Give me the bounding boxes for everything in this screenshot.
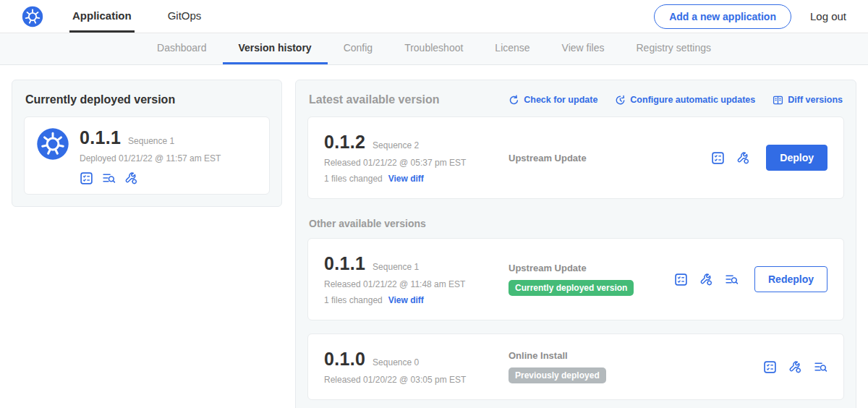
config-icon[interactable] [699, 273, 713, 286]
files-changed-label: 1 files changed [324, 174, 383, 184]
tab-license[interactable]: License [479, 33, 545, 64]
diff-versions-label: Diff versions [788, 95, 843, 105]
version-actions: Deploy [711, 145, 827, 171]
version-actions [763, 360, 827, 374]
version-sequence: Sequence 0 [373, 357, 419, 367]
release-notes-icon[interactable] [763, 360, 777, 374]
source-label: Online Install [509, 350, 756, 361]
deployed-panel-title: Currently deployed version [25, 93, 268, 106]
version-info: 0.1.0 Sequence 0 Released 01/20/22 @ 03:… [324, 349, 509, 385]
deployed-version-body: 0.1.1 Sequence 1 Deployed 01/21/22 @ 11:… [80, 127, 258, 185]
version-actions: Redeploy [674, 266, 827, 292]
release-notes-icon[interactable] [674, 273, 688, 286]
check-for-update-label: Check for update [524, 95, 597, 105]
deployed-version-date: Deployed 01/21/22 @ 11:57 am EST [80, 153, 258, 163]
view-diff-link[interactable]: View diff [388, 295, 424, 305]
deploy-button[interactable]: Deploy [766, 145, 827, 171]
tab-registry-settings[interactable]: Registry settings [621, 33, 727, 64]
spacer [307, 320, 844, 333]
topbar-right: Add a new application Log out [654, 0, 846, 33]
available-panel-title: Latest available version [309, 93, 440, 106]
logout-link[interactable]: Log out [810, 10, 846, 22]
available-panel-header: Latest available version Check for updat… [309, 93, 843, 106]
kubernetes-logo-icon [22, 6, 43, 27]
version-info: 0.1.2 Sequence 2 Released 01/21/22 @ 05:… [324, 132, 509, 184]
deployed-version-actions [80, 171, 258, 185]
version-row-0-1-0: 0.1.0 Sequence 0 Released 01/20/22 @ 03:… [307, 333, 844, 400]
top-tab-gitops-label: GitOps [168, 9, 202, 22]
version-number: 0.1.2 [324, 132, 365, 153]
configure-automatic-updates-link[interactable]: Configure automatic updates [615, 95, 755, 106]
other-versions-title: Other available versions [309, 218, 843, 229]
available-panel-actions: Check for update Configure automatic upd… [509, 95, 843, 106]
diff-versions-link[interactable]: Diff versions [773, 95, 843, 106]
version-info: 0.1.1 Sequence 1 Released 01/21/22 @ 11:… [324, 253, 509, 305]
version-sequence: Sequence 1 [373, 262, 419, 272]
version-released-date: Released 01/21/22 @ 11:48 am EST [324, 279, 509, 289]
source-label: Upstream Update [509, 263, 667, 273]
tab-dashboard[interactable]: Dashboard [141, 33, 223, 64]
diff-icon[interactable] [102, 171, 116, 185]
diff-versions-icon [773, 95, 783, 106]
version-released-date: Released 01/21/22 @ 05:37 pm EST [324, 158, 509, 168]
release-notes-icon[interactable] [711, 151, 725, 165]
version-source: Upstream Update [509, 153, 711, 163]
release-notes-icon[interactable] [80, 171, 93, 185]
version-row-0-1-1: 0.1.1 Sequence 1 Released 01/21/22 @ 11:… [307, 238, 844, 320]
view-diff-link[interactable]: View diff [388, 174, 424, 184]
add-application-button[interactable]: Add a new application [654, 4, 791, 29]
app-logo [22, 0, 43, 33]
top-tab-application[interactable]: Application [69, 0, 135, 33]
check-for-update-link[interactable]: Check for update [509, 95, 597, 106]
tab-troubleshoot[interactable]: Troubleshoot [388, 33, 479, 64]
app-subnav: Dashboard Version history Config Trouble… [0, 33, 868, 65]
redeploy-button[interactable]: Redeploy [754, 266, 827, 292]
currently-deployed-panel: Currently deployed version 0.1.1 [12, 80, 282, 207]
refresh-icon [509, 95, 519, 106]
source-label: Upstream Update [509, 153, 704, 163]
diff-icon[interactable] [725, 273, 739, 286]
deployed-version-card: 0.1.1 Sequence 1 Deployed 01/21/22 @ 11:… [24, 116, 270, 195]
top-tab-gitops[interactable]: GitOps [165, 0, 205, 33]
top-bar: Application GitOps Add a new application… [0, 0, 868, 33]
config-icon[interactable] [124, 171, 138, 185]
available-versions-panel: Latest available version Check for updat… [295, 80, 856, 408]
kubernetes-app-icon [36, 127, 69, 161]
tab-view-files[interactable]: View files [546, 33, 621, 64]
tab-version-history[interactable]: Version history [223, 33, 328, 64]
config-icon[interactable] [788, 360, 802, 374]
main-content: Currently deployed version 0.1.1 [0, 65, 868, 408]
config-icon[interactable] [736, 151, 750, 165]
version-sequence: Sequence 2 [373, 140, 419, 150]
configure-automatic-updates-label: Configure automatic updates [630, 95, 755, 105]
version-row-latest: 0.1.2 Sequence 2 Released 01/21/22 @ 05:… [307, 116, 844, 199]
version-released-date: Released 01/20/22 @ 03:05 pm EST [324, 375, 509, 385]
status-badge: Previously deployed [509, 367, 606, 383]
top-tab-application-label: Application [72, 9, 132, 22]
version-number: 0.1.1 [324, 253, 365, 274]
deployed-version-number: 0.1.1 [80, 127, 121, 148]
version-source: Upstream Update Currently deployed versi… [509, 263, 674, 296]
files-changed-label: 1 files changed [324, 295, 383, 305]
tab-config[interactable]: Config [328, 33, 388, 64]
schedule-icon [615, 95, 626, 106]
version-source: Online Install Previously deployed [509, 350, 763, 383]
diff-icon[interactable] [814, 360, 827, 374]
version-number: 0.1.0 [324, 349, 365, 370]
deployed-version-sequence: Sequence 1 [128, 136, 174, 146]
status-badge: Currently deployed version [509, 280, 634, 296]
